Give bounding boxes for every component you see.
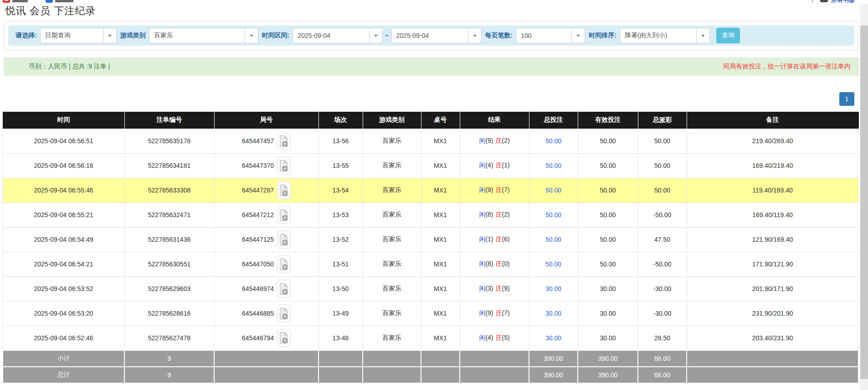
vertical-scrollbar[interactable] (860, 4, 868, 390)
bet-time: 2025-09-04 06:54:21 (3, 252, 124, 276)
game-category-value: 百家乐 (149, 28, 245, 43)
info-bar: 币别：人民币 | 总共 :9 注单 | 同局有效投注，统一计算在该局第一张注单内 (4, 57, 859, 76)
page-1-button[interactable]: 1 (839, 92, 854, 106)
range-separator: ~ (385, 32, 389, 39)
all-bookmarks-icon[interactable] (820, 0, 828, 2)
remark-cell: 219.40/269.40 (687, 129, 858, 153)
total-count: 9 (124, 367, 214, 383)
time-sort-value: 降幂(由大到小) (620, 28, 696, 43)
bet-time: 2025-09-04 06:54:49 (3, 227, 124, 252)
table-row: 2025-09-04 06:53:20 522785628616 6454468… (3, 301, 858, 326)
total-bet-cell: 30.00 (529, 301, 578, 326)
total-bet-link[interactable]: 30.00 (545, 285, 561, 292)
result-cell: 闲(8)庄(2) (460, 203, 529, 227)
page-size-select[interactable]: 100 (516, 28, 585, 43)
round-id: 645447457 (242, 137, 274, 145)
bet-id: 522785628616 (124, 301, 214, 326)
session-cell: 13-51 (318, 252, 363, 276)
total-bet-link[interactable]: 30.00 (545, 310, 561, 317)
bookmark-label-stub[interactable] (12, 0, 28, 2)
table-no-cell: MX1 (421, 276, 460, 301)
chevron-down-icon[interactable] (571, 28, 585, 43)
round-id: 645446974 (242, 285, 274, 292)
table-row: 2025-09-04 06:54:49 522785631436 6454471… (3, 227, 858, 252)
date-from-select[interactable]: 2025-09-04 (293, 28, 383, 43)
video-record-icon[interactable] (277, 181, 291, 199)
video-record-icon[interactable] (277, 156, 291, 175)
records-table-wrap: 时间 注单编号 局号 场次 游戏类别 桌号 结果 总投注 有效投注 总派彩 备注… (2, 112, 858, 384)
video-record-icon[interactable] (277, 206, 291, 224)
bookmark-label-stub[interactable] (55, 0, 73, 2)
valid-bet-cell: 30.00 (578, 301, 638, 326)
game-cell: 百家乐 (363, 153, 421, 178)
result-cell: 闲(9)庄(7) (460, 178, 529, 203)
round-id: 645446885 (242, 310, 274, 317)
video-record-icon[interactable] (277, 132, 291, 150)
subtotal-valid-bet: 390.00 (578, 350, 638, 367)
col-valid-bet: 有效投注 (578, 112, 638, 129)
round-id: 645447050 (242, 260, 274, 268)
total-bet-cell: 30.00 (529, 276, 578, 301)
search-button[interactable]: 查询 (716, 28, 740, 43)
bet-time: 2025-09-04 06:56:51 (3, 129, 124, 153)
game-cell: 百家乐 (363, 178, 421, 203)
total-bet-link[interactable]: 50.00 (545, 260, 561, 268)
video-record-icon[interactable] (277, 304, 291, 322)
chevron-down-icon[interactable] (103, 28, 116, 43)
time-sort-select[interactable]: 降幂(由大到小) (620, 28, 710, 43)
result-cell: 闲(9)庄(7) (460, 301, 529, 326)
table-no-cell: MX1 (421, 326, 460, 350)
page-size-label: 每页笔数: (485, 31, 513, 40)
col-bet-id: 注单编号 (124, 112, 214, 129)
time-range-label: 时间区间: (262, 31, 290, 40)
bet-time: 2025-09-04 06:55:21 (3, 203, 124, 227)
remark-cell: 169.40/219.40 (687, 153, 858, 178)
query-type-select[interactable]: 日期查询 (40, 28, 117, 43)
round-cell: 645447125 (214, 227, 318, 252)
bookmark-favicon-blue-icon[interactable] (46, 0, 53, 3)
video-record-icon[interactable] (277, 255, 291, 273)
date-to-select[interactable]: 2025-09-04 (391, 28, 482, 43)
session-cell: 13-56 (318, 129, 363, 153)
bet-id: 522785633308 (124, 178, 214, 203)
round-id: 645447125 (242, 236, 274, 243)
session-cell: 13-50 (318, 276, 363, 301)
video-record-icon[interactable] (277, 329, 291, 347)
table-no-cell: MX1 (421, 203, 460, 227)
game-cell: 百家乐 (363, 252, 421, 276)
video-record-icon[interactable] (277, 280, 291, 298)
result-cell: 闲(3)庄(9) (460, 276, 529, 301)
total-bet-link[interactable]: 50.00 (545, 236, 561, 243)
scrollbar-thumb[interactable] (860, 26, 868, 379)
total-bet-link[interactable]: 30.00 (545, 334, 561, 342)
chevron-down-icon[interactable] (245, 28, 258, 43)
chevron-down-icon[interactable] (696, 28, 709, 43)
result-cell: 闲(1)庄(6) (460, 227, 529, 252)
col-session: 场次 (318, 112, 363, 129)
total-bet-link[interactable]: 50.00 (545, 137, 561, 145)
game-category-select[interactable]: 百家乐 (149, 28, 258, 43)
all-bookmarks-label[interactable]: 所有书签 (831, 0, 855, 3)
subtotal-total-bet: 390.00 (529, 350, 578, 367)
subtotal-label: 小计 (3, 350, 124, 367)
player-result: 闲 (479, 137, 485, 144)
table-row: 2025-09-04 06:53:52 522785629603 6454469… (3, 276, 858, 301)
page-size-value: 100 (516, 28, 571, 43)
filter-bar: 请选择: 日期查询 游戏类别 百家乐 时间区间: 2025-09-04 ~ 20… (8, 26, 854, 46)
chevron-down-icon[interactable] (369, 28, 382, 43)
bookmark-favicon-red-icon[interactable] (3, 0, 10, 3)
table-row: 2025-09-04 06:56:16 522785634181 6454473… (3, 153, 858, 178)
round-cell: 645446974 (214, 276, 318, 301)
col-remark: 备注 (687, 112, 858, 129)
game-cell: 百家乐 (363, 129, 421, 153)
video-record-icon[interactable] (277, 230, 291, 249)
bet-id: 522785627478 (124, 326, 214, 350)
col-table: 桌号 (421, 112, 460, 129)
valid-bet-cell: 50.00 (578, 178, 638, 203)
total-bet-link[interactable]: 50.00 (545, 162, 561, 169)
chevron-down-icon[interactable] (468, 28, 481, 43)
table-no-cell: MX1 (421, 301, 460, 326)
player-result: 闲 (479, 285, 485, 292)
total-bet-link[interactable]: 50.00 (545, 187, 561, 194)
total-bet-link[interactable]: 50.00 (545, 211, 561, 218)
